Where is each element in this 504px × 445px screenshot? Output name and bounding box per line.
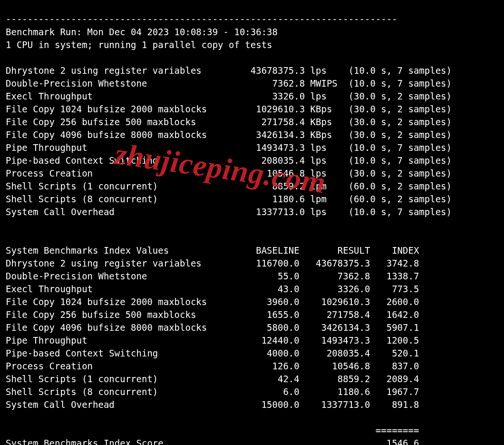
blank-line xyxy=(6,232,11,243)
measurements-block: Dhrystone 2 using register variables 436… xyxy=(6,64,498,218)
measurement-row: Pipe Throughput 1493473.3 lps (10.0 s, 7… xyxy=(6,142,452,153)
measurement-row: Double-Precision Whetstone 7362.8 MWIPS … xyxy=(6,78,452,89)
index-row: Dhrystone 2 using register variables 116… xyxy=(6,258,419,268)
index-row: Execl Throughput 43.0 3326.0 773.5 xyxy=(6,284,419,294)
measurement-row: Dhrystone 2 using register variables 436… xyxy=(6,65,452,76)
index-block: Dhrystone 2 using register variables 116… xyxy=(6,257,498,411)
index-row: File Copy 1024 bufsize 2000 maxblocks 39… xyxy=(6,297,419,307)
index-row: Double-Precision Whetstone 55.0 7362.8 1… xyxy=(6,271,419,281)
index-row: Process Creation 126.0 10546.8 837.0 xyxy=(6,361,419,371)
index-row: Pipe Throughput 12440.0 1493473.3 1200.5 xyxy=(6,335,419,346)
measurement-row: Shell Scripts (8 concurrent) 1180.6 lpm … xyxy=(6,194,452,204)
score-underline-row: ======== xyxy=(6,425,419,435)
index-row: Shell Scripts (1 concurrent) 42.4 8859.2… xyxy=(6,374,419,384)
index-row: File Copy 256 bufsize 500 maxblocks 1655… xyxy=(6,309,419,320)
blank-line xyxy=(6,52,11,63)
measurement-row: File Copy 256 bufsize 500 maxblocks 2717… xyxy=(6,117,452,127)
index-row: Shell Scripts (8 concurrent) 6.0 1180.6 … xyxy=(6,386,419,397)
index-row: File Copy 4096 bufsize 8000 maxblocks 58… xyxy=(6,322,419,333)
cpu-info-line: 1 CPU in system; running 1 parallel copy… xyxy=(6,40,272,50)
divider-line: ----------------------------------------… xyxy=(6,14,397,24)
benchmark-run-line: Benchmark Run: Mon Dec 04 2023 10:08:39 … xyxy=(6,27,278,37)
index-row: System Call Overhead 15000.0 1337713.0 8… xyxy=(6,399,419,410)
measurement-row: System Call Overhead 1337713.0 lps (10.0… xyxy=(6,207,452,217)
score-row: System Benchmarks Index Score 1546.6 xyxy=(6,438,419,445)
measurement-row: Pipe-based Context Switching 208035.4 lp… xyxy=(6,155,452,166)
measurement-row: File Copy 1024 bufsize 2000 maxblocks 10… xyxy=(6,104,452,114)
measurement-row: Process Creation 10546.8 lps (30.0 s, 2 … xyxy=(6,168,452,178)
index-row: Pipe-based Context Switching 4000.0 2080… xyxy=(6,348,419,358)
measurement-row: Shell Scripts (1 concurrent) 8859.2 lpm … xyxy=(6,181,452,191)
index-header-row: System Benchmarks Index Values BASELINE … xyxy=(6,245,419,256)
terminal-output: ----------------------------------------… xyxy=(0,0,504,445)
measurement-row: Execl Throughput 3326.0 lps (30.0 s, 2 s… xyxy=(6,91,452,101)
measurement-row: File Copy 4096 bufsize 8000 maxblocks 34… xyxy=(6,129,452,140)
